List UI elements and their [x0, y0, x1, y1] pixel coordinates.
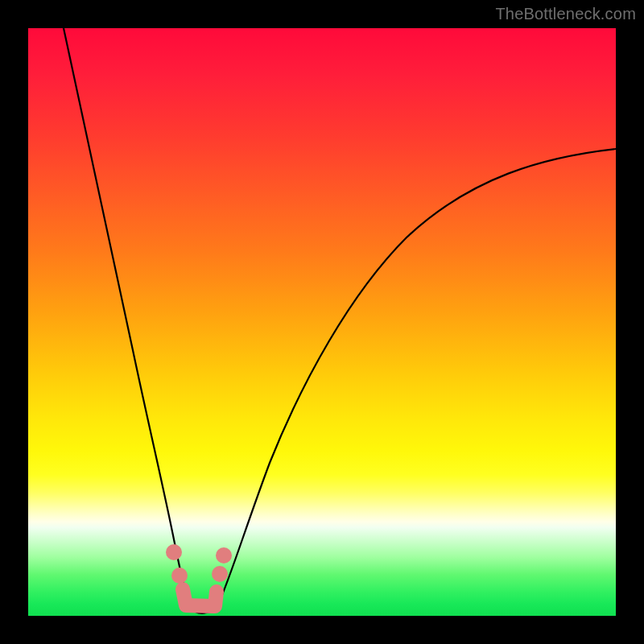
chart-overlay	[28, 28, 616, 616]
svg-point-3	[216, 547, 232, 564]
y-axis	[28, 28, 29, 616]
optimal-marker	[166, 544, 232, 606]
curve-right	[218, 149, 616, 605]
plot-area	[28, 28, 616, 616]
chart-frame: TheBottleneck.com	[0, 0, 644, 644]
curve-left	[64, 28, 189, 606]
watermark-text: TheBottleneck.com	[495, 5, 636, 23]
svg-point-2	[212, 566, 228, 582]
svg-point-1	[171, 568, 188, 584]
svg-point-0	[166, 544, 182, 560]
x-axis	[28, 615, 616, 616]
